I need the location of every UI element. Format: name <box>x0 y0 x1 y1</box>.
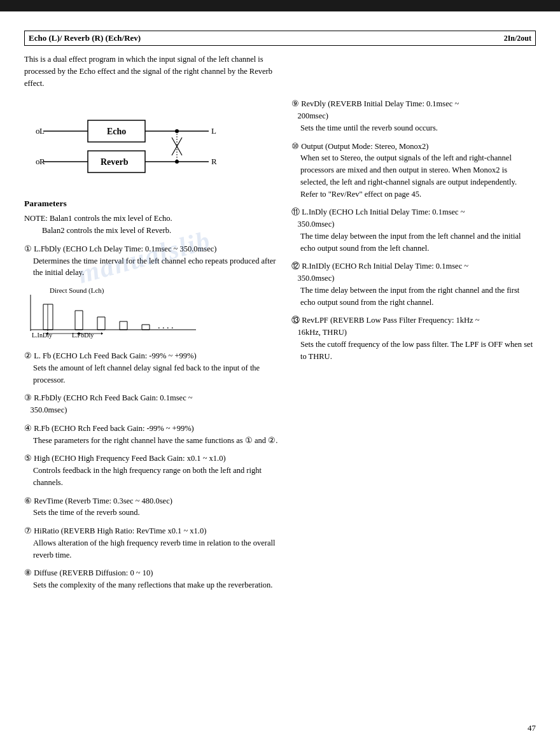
param-title: ⑧ Diffuse (REVERB Diffusion: 0 ~ 10) <box>24 567 279 579</box>
svg-marker-24 <box>43 304 53 330</box>
param-desc: When set to Stereo, the output signals o… <box>291 152 536 200</box>
list-item: ⑧ Diffuse (REVERB Diffusion: 0 ~ 10) Set… <box>24 567 279 591</box>
svg-text:L: L <box>211 126 216 136</box>
param-desc: These parameters for the right channel h… <box>24 435 279 447</box>
param-title: ③ R.FbDly (ECHO Rch Feed Back Gain: 0.1m… <box>24 392 279 416</box>
svg-text:L.FbDly: L.FbDly <box>72 332 94 339</box>
list-item: ② L. Fb (ECHO Lch Feed Back Gain: -99% ~… <box>24 350 279 386</box>
parameters-heading: Parameters <box>24 199 279 209</box>
note-line2: Balan2 controls the mix level of Reverb. <box>24 226 171 235</box>
param-title: ⑬ RevLPF (REVERB Low Pass Filter Frequen… <box>291 314 536 339</box>
param-title: ⑩ Output (Output Mode: Stereo, Monox2) <box>291 141 536 153</box>
effect-header: Echo (L)/ Reverb (R) (Ech/Rev) 2In/2out <box>24 31 536 46</box>
list-item: ⑨ RevDly (REVERB Initial Delay Time: 0.1… <box>291 98 536 134</box>
note-block: NOTE: Balan1 controls the mix level of E… <box>24 213 279 237</box>
svg-text:L.InDly: L.InDly <box>32 332 52 339</box>
param-desc: Determines the time interval for the lef… <box>24 255 279 279</box>
right-column: ⑨ RevDly (REVERB Initial Delay Time: 0.1… <box>291 98 536 598</box>
svg-text:Direct Sound (Lch): Direct Sound (Lch) <box>50 286 104 295</box>
list-item: ⑩ Output (Output Mode: Stereo, Monox2) W… <box>291 141 536 201</box>
note-line1: NOTE: Balan1 controls the mix level of E… <box>24 214 172 223</box>
param-title: ⑦ HiRatio (REVERB High Ratio: RevTime x0… <box>24 525 279 537</box>
left-param-list: ① L.FbDly (ECHO Lch Delay Time: 0.1msec … <box>24 243 279 591</box>
svg-text:o: o <box>36 126 40 136</box>
page-number: 47 <box>528 723 536 733</box>
param-desc: Sets the time until the reverb sound occ… <box>291 122 536 134</box>
param-title: ① L.FbDly (ECHO Lch Delay Time: 0.1msec … <box>24 243 279 255</box>
param-desc: Sets the amount of left channel delay si… <box>24 362 279 386</box>
svg-marker-32 <box>142 325 150 330</box>
list-item: ⑬ RevLPF (REVERB Low Pass Filter Frequen… <box>291 314 536 362</box>
list-item: ⑪ L.InDly (ECHO Lch Initial Delay Time: … <box>291 206 536 254</box>
effect-io: 2In/2out <box>504 34 531 43</box>
svg-text:Echo: Echo <box>107 127 126 136</box>
svg-text:R: R <box>211 157 217 166</box>
param-desc: Controls feedback in the high frequency … <box>24 465 279 489</box>
param-desc: Sets the cutoff frequency of the low pas… <box>291 339 536 363</box>
param-title: ⑥ RevTime (Reverb Time: 0.3sec ~ 480.0se… <box>24 495 279 507</box>
waveform-diagram: Direct Sound (Lch) L.InDly <box>24 285 202 342</box>
top-bar <box>0 0 560 11</box>
param-desc: Sets the time of the reverb sound. <box>24 507 279 519</box>
param-title: ⑤ High (ECHO High Frequency Feed Back Ga… <box>24 453 279 465</box>
list-item: ⑦ HiRatio (REVERB High Ratio: RevTime x0… <box>24 525 279 561</box>
two-column-layout: L o R o Echo Reverb <box>24 98 536 598</box>
svg-marker-30 <box>97 317 105 330</box>
svg-text:. . . .: . . . . <box>158 321 174 330</box>
param-num: ① <box>24 244 34 253</box>
param-label: L.FbDly (ECHO Lch Delay Time: 0.1msec ~ … <box>34 244 216 253</box>
svg-text:L: L <box>39 126 45 136</box>
svg-text:Reverb: Reverb <box>101 157 129 167</box>
param-desc: The time delay between the input from th… <box>291 285 536 309</box>
intro-text: This is a dual effect program in which t… <box>24 53 272 89</box>
list-item: Direct Sound (Lch) L.InDly <box>24 285 279 342</box>
list-item: ⑥ RevTime (Reverb Time: 0.3sec ~ 480.0se… <box>24 495 279 519</box>
effect-title: Echo (L)/ Reverb (R) (Ech/Rev) <box>29 33 141 43</box>
svg-marker-39 <box>101 332 103 335</box>
svg-marker-31 <box>120 321 127 330</box>
param-title: ⑫ R.InIDly (ECHO Rch Initial Delay Time:… <box>291 260 536 285</box>
svg-marker-29 <box>75 311 83 330</box>
param-title: ② L. Fb (ECHO Lch Feed Back Gain: -99% ~… <box>24 350 279 362</box>
param-desc: The time delay between the input from th… <box>291 230 536 255</box>
svg-text:o: o <box>36 157 40 166</box>
param-title: ⑪ L.InDly (ECHO Lch Initial Delay Time: … <box>291 206 536 230</box>
list-item: ⑫ R.InIDly (ECHO Rch Initial Delay Time:… <box>291 260 536 308</box>
param-title: ⑨ RevDly (REVERB Initial Delay Time: 0.1… <box>291 98 536 122</box>
left-column: L o R o Echo Reverb <box>24 98 279 598</box>
page-content: Echo (L)/ Reverb (R) (Ech/Rev) 2In/2out … <box>0 11 560 617</box>
param-desc: Allows alteration of the high frequency … <box>24 537 279 561</box>
param-desc: Sets the complexity of the many reflecti… <box>24 579 279 591</box>
signal-flow-diagram: L o R o Echo Reverb <box>31 104 234 187</box>
list-item: ④ R.Fb (ECHO Rch Feed back Gain: -99% ~ … <box>24 423 279 447</box>
list-item: ⑤ High (ECHO High Frequency Feed Back Ga… <box>24 453 279 488</box>
right-param-list: ⑨ RevDly (REVERB Initial Delay Time: 0.1… <box>291 98 536 362</box>
list-item: ① L.FbDly (ECHO Lch Delay Time: 0.1msec … <box>24 243 279 279</box>
list-item: ③ R.FbDly (ECHO Rch Feed Back Gain: 0.1m… <box>24 392 279 416</box>
param-title: ④ R.Fb (ECHO Rch Feed back Gain: -99% ~ … <box>24 423 279 435</box>
svg-text:R: R <box>39 157 45 166</box>
